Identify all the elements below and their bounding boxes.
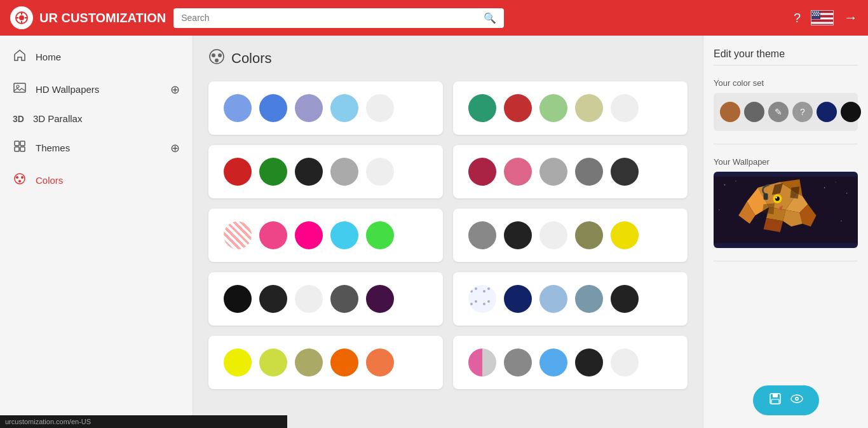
svg-point-14 — [818, 11, 819, 13]
svg-point-34 — [212, 53, 215, 57]
color-dot — [611, 158, 639, 186]
color-set-preview: ✎? — [714, 93, 858, 131]
svg-point-18 — [819, 13, 820, 15]
page-header: Colors — [208, 48, 688, 69]
color-card-set10-half[interactable] — [453, 336, 688, 389]
svg-rect-9 — [811, 22, 834, 24]
search-bar[interactable]: 🔍 — [173, 8, 504, 28]
color-dot — [504, 349, 532, 376]
color-dot — [611, 285, 639, 313]
color-dot — [539, 158, 567, 186]
color-card-set7[interactable] — [208, 272, 443, 326]
color-dot — [330, 349, 358, 376]
color-card-set2[interactable] — [453, 81, 688, 135]
logo-icon — [10, 6, 33, 29]
color-dot — [366, 349, 394, 376]
color-dot — [366, 221, 394, 249]
svg-point-20 — [814, 15, 815, 16]
color-dot — [224, 158, 252, 186]
svg-point-58 — [846, 193, 848, 194]
sidebar-item-3d-parallax[interactable]: 3D 3D Parallax — [0, 106, 193, 132]
color-set-dot: ? — [792, 102, 813, 122]
themes-label: Themes — [36, 142, 161, 153]
color-card-set1[interactable] — [208, 81, 443, 135]
color-dot — [259, 221, 287, 249]
color-card-set9[interactable] — [208, 336, 443, 389]
hd-wallpapers-icon — [13, 81, 27, 98]
svg-point-30 — [16, 176, 18, 179]
color-card-set5-striped[interactable] — [208, 209, 443, 262]
themes-icon — [13, 139, 27, 156]
3d-parallax-label: 3D Parallax — [33, 113, 180, 124]
search-input[interactable] — [181, 13, 478, 23]
sidebar-item-themes[interactable]: Themes ⊕ — [0, 132, 193, 164]
preview-icon — [790, 392, 804, 409]
color-dot — [611, 221, 639, 249]
svg-point-12 — [814, 11, 815, 13]
sidebar: Home HD Wallpapers ⊕ 3D 3D Parallax — [0, 36, 193, 428]
statusbar: urcustomization.com/en-US — [0, 415, 287, 428]
svg-point-57 — [835, 182, 836, 183]
search-icon: 🔍 — [484, 12, 496, 24]
themes-plus[interactable]: ⊕ — [170, 141, 180, 155]
color-set-dot — [720, 102, 740, 122]
app-title: UR CUSTOMIZATION — [39, 11, 166, 25]
color-dot — [539, 285, 567, 313]
color-dot — [504, 158, 532, 186]
panel-actions — [714, 385, 858, 415]
panel-title: Edit your theme — [714, 48, 858, 60]
colors-icon — [13, 172, 27, 189]
flag-icon[interactable] — [811, 10, 834, 25]
color-dot — [575, 94, 603, 122]
color-dot — [366, 158, 394, 186]
color-set-label: Your color set — [714, 78, 858, 88]
color-dot — [539, 221, 567, 249]
color-dot — [504, 285, 532, 313]
page-title: Colors — [231, 50, 272, 67]
color-dot — [575, 158, 603, 186]
sidebar-item-home[interactable]: Home — [0, 41, 193, 73]
3d-parallax-icon: 3D — [13, 114, 24, 124]
color-card-set6[interactable] — [453, 209, 688, 262]
wallpaper-label: Your Wallpaper — [714, 157, 858, 167]
color-card-set4[interactable] — [453, 145, 688, 198]
color-card-set8-birds[interactable] — [453, 272, 688, 326]
color-set-dot: ✎ — [768, 102, 789, 122]
save-button[interactable] — [753, 385, 819, 415]
color-dot — [259, 285, 287, 313]
svg-rect-28 — [20, 147, 25, 151]
color-card-set3[interactable] — [208, 145, 443, 198]
svg-point-15 — [813, 13, 815, 15]
svg-point-52 — [775, 197, 777, 198]
sidebar-item-hd-wallpapers[interactable]: HD Wallpapers ⊕ — [0, 73, 193, 106]
page-icon — [208, 48, 225, 69]
svg-marker-49 — [763, 204, 775, 214]
svg-point-60 — [841, 221, 842, 222]
color-dot — [539, 349, 567, 376]
color-dot — [468, 349, 496, 376]
color-dot — [504, 221, 532, 249]
color-set-dot — [817, 102, 837, 122]
color-dot — [468, 221, 496, 249]
hd-wallpapers-plus[interactable]: ⊕ — [170, 83, 180, 97]
svg-rect-63 — [773, 394, 778, 397]
color-dot — [575, 349, 603, 376]
header-actions: ? → — [794, 10, 858, 26]
main-layout: Home HD Wallpapers ⊕ 3D 3D Parallax — [0, 36, 868, 428]
color-dot — [295, 285, 323, 313]
color-dot — [330, 94, 358, 122]
color-dot — [575, 285, 603, 313]
color-dot — [295, 158, 323, 186]
home-icon — [13, 48, 27, 66]
svg-rect-61 — [764, 193, 768, 200]
sidebar-item-colors[interactable]: Colors — [0, 164, 193, 197]
svg-rect-25 — [15, 141, 19, 146]
forward-arrow[interactable]: → — [844, 10, 858, 26]
svg-point-32 — [18, 180, 21, 183]
svg-point-21 — [816, 15, 817, 16]
color-dot — [504, 94, 532, 122]
help-button[interactable]: ? — [794, 11, 801, 25]
svg-point-1 — [19, 15, 24, 20]
status-url: urcustomization.com/en-US — [5, 418, 91, 425]
color-dot — [224, 221, 252, 249]
